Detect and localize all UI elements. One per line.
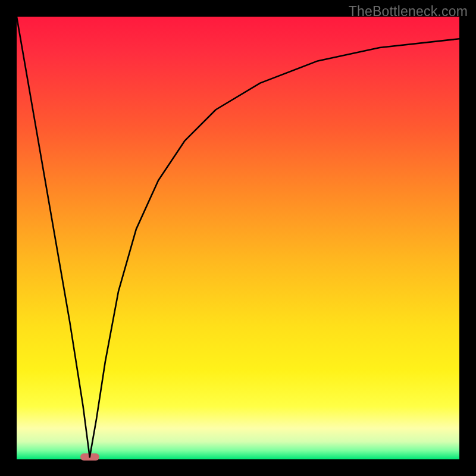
bottleneck-curve: [17, 17, 459, 459]
watermark-text: TheBottleneck.com: [349, 4, 468, 20]
chart-frame: TheBottleneck.com: [0, 0, 476, 476]
plot-area: [17, 17, 459, 459]
